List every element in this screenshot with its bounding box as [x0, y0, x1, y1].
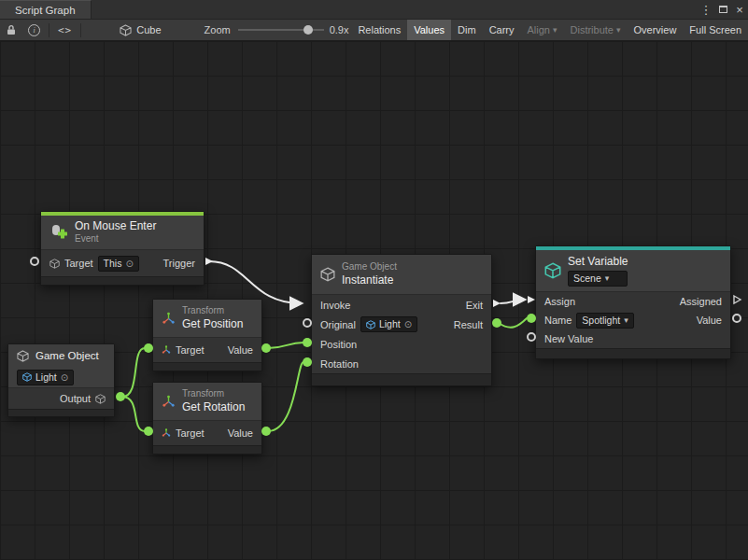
variable-name-dropdown[interactable]: Spotlight ▾ — [576, 313, 633, 329]
info-icon[interactable]: i — [22, 20, 46, 40]
port-set-variable-value-input[interactable] — [527, 314, 536, 323]
port-light-variable-output[interactable] — [116, 392, 125, 401]
port-instantiate-exit[interactable] — [492, 299, 501, 308]
full-screen-button[interactable]: Full Screen — [683, 20, 748, 40]
value-port-connected — [303, 338, 312, 347]
node-game-object-variable[interactable]: Game Object Light ⊙ Output — [7, 343, 115, 417]
node-rows: Target Value — [153, 420, 261, 445]
port-set-variable-new-value[interactable] — [527, 332, 536, 342]
port-instantiate-position[interactable] — [303, 338, 312, 347]
object-field[interactable]: Light ⊙ — [17, 370, 74, 385]
port-on-mouse-enter-target-input[interactable] — [30, 257, 39, 266]
node-titles: Set Variable Scene ▾ — [568, 255, 628, 287]
node-header: Game Object — [8, 344, 114, 367]
name-label: Name — [544, 315, 572, 326]
row-assign-assigned: Assign Assigned — [536, 292, 730, 311]
node-footer — [312, 373, 491, 385]
value-port-connected — [492, 318, 501, 328]
flow-port-filled — [205, 257, 214, 266]
node-title: Game Object — [35, 350, 99, 361]
node-set-variable[interactable]: Set Variable Scene ▾ Assign Assigned Nam… — [535, 245, 731, 359]
distribute-button[interactable]: Distribute ▾ — [564, 20, 628, 40]
node-titles: Game Object Instantiate — [342, 261, 397, 287]
node-get-rotation[interactable]: Transform Get Rotation Target Value — [152, 382, 262, 455]
dim-button[interactable]: Dim — [451, 20, 483, 40]
wire-rotation-value-to-instantiate — [268, 362, 303, 431]
zoom-value: 0.9x — [330, 24, 349, 35]
port-get-position-value[interactable] — [261, 343, 271, 353]
original-label: Original — [320, 319, 356, 330]
wire-output-to-getposition-target — [122, 348, 145, 397]
transform-icon — [162, 345, 171, 355]
node-header: Transform Get Position — [153, 300, 261, 337]
node-subtitle: Event — [75, 233, 156, 245]
row-target-value: Target Value — [153, 338, 261, 362]
close-icon[interactable]: × — [731, 0, 748, 19]
node-rows: Invoke Exit Original Light ⊙ Result Posi… — [312, 294, 491, 373]
graph-canvas[interactable]: On Mouse Enter Event Target This ⊙ Trigg… — [0, 41, 748, 560]
toolbar-separator — [49, 23, 49, 37]
node-header: On Mouse Enter Event — [41, 216, 204, 249]
row-target-value: Target Value — [153, 421, 261, 445]
flow-port-filled — [527, 295, 536, 304]
port-instantiate-rotation[interactable] — [303, 357, 312, 367]
original-object-field[interactable]: Light ⊙ — [360, 316, 417, 332]
port-get-rotation-target[interactable] — [144, 427, 153, 436]
port-get-rotation-value[interactable] — [261, 427, 271, 436]
code-icon[interactable]: <> — [52, 20, 78, 40]
graph-name: Cube — [136, 24, 161, 35]
row-target-trigger: Target This ⊙ Trigger — [41, 250, 204, 276]
port-on-mouse-enter-trigger-output[interactable] — [205, 257, 214, 266]
node-get-position[interactable]: Transform Get Position Target Value — [152, 299, 262, 371]
object-picker-icon[interactable]: ⊙ — [125, 258, 133, 270]
node-title: Set Variable — [568, 255, 628, 269]
value-port-connected — [116, 392, 125, 401]
overview-button[interactable]: Overview — [628, 20, 684, 40]
port-instantiate-original[interactable] — [303, 318, 312, 328]
zoom-slider[interactable] — [238, 20, 324, 40]
toolbar-buttons: Relations Values Dim Carry Align ▾ Distr… — [351, 20, 748, 40]
values-button[interactable]: Values — [407, 20, 451, 40]
node-on-mouse-enter[interactable]: On Mouse Enter Event Target This ⊙ Trigg… — [40, 211, 205, 286]
value-port-hollow — [527, 332, 536, 342]
node-footer — [8, 409, 114, 416]
target-object-field[interactable]: This ⊙ — [98, 256, 139, 272]
chevron-down-icon: ▾ — [553, 25, 557, 35]
wire-result-to-setvariable-value — [499, 318, 527, 328]
variable-kind-dropdown[interactable]: Scene ▾ — [568, 271, 628, 287]
node-footer — [153, 445, 261, 454]
more-icon[interactable]: ⋮ — [698, 0, 714, 19]
node-titles: On Mouse Enter Event — [75, 219, 156, 245]
port-set-variable-value-output[interactable] — [732, 314, 741, 323]
lock-icon[interactable] — [0, 20, 22, 40]
node-footer — [536, 348, 730, 358]
node-title: Get Position — [182, 317, 243, 331]
object-picker-icon[interactable]: ⊙ — [61, 371, 68, 384]
node-header: Game Object Instantiate — [312, 255, 491, 294]
port-set-variable-assign[interactable] — [527, 295, 536, 304]
flow-port-filled — [492, 299, 501, 308]
new-value-label: New Value — [544, 333, 593, 344]
port-instantiate-result[interactable] — [492, 318, 501, 328]
node-instantiate[interactable]: Game Object Instantiate Invoke Exit Orig… — [311, 254, 492, 386]
align-button[interactable]: Align ▾ — [521, 20, 564, 40]
exit-label: Exit — [466, 300, 483, 311]
zoom-slider-handle[interactable] — [303, 25, 313, 35]
position-label: Position — [320, 339, 357, 350]
port-set-variable-assigned[interactable] — [731, 294, 742, 305]
maximize-icon[interactable] — [714, 0, 731, 19]
relations-button[interactable]: Relations — [351, 20, 407, 40]
info-glyph: i — [28, 24, 40, 36]
code-glyph: <> — [58, 24, 72, 36]
value-label: Value — [697, 315, 722, 326]
align-label: Align — [528, 24, 550, 35]
node-footer — [153, 362, 261, 371]
object-picker-icon[interactable]: ⊙ — [404, 318, 412, 330]
carry-button[interactable]: Carry — [483, 20, 521, 40]
tab-script-graph[interactable]: Script Graph — [0, 0, 92, 19]
transform-icon — [162, 428, 171, 438]
tab-title: Script Graph — [15, 5, 76, 16]
node-title: On Mouse Enter — [75, 219, 156, 233]
port-get-position-target[interactable] — [144, 343, 153, 353]
original-object-value: Light — [379, 318, 401, 330]
